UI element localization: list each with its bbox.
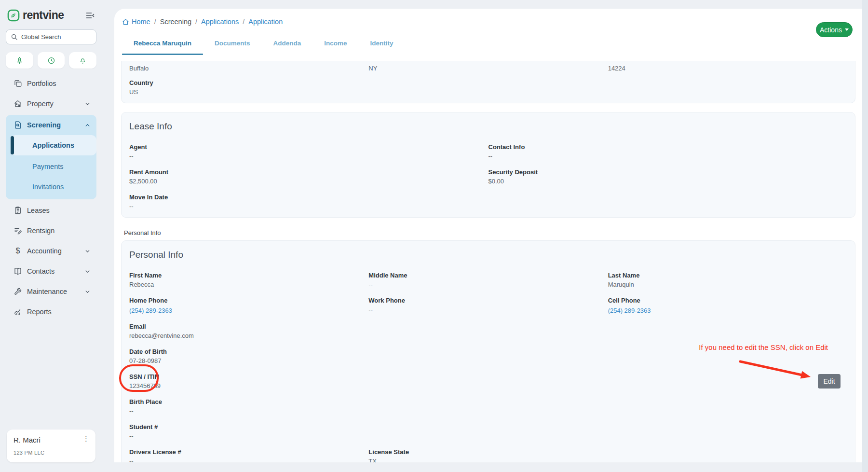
global-search[interactable] — [6, 29, 96, 44]
clock-icon[interactable] — [38, 52, 65, 69]
tab-documents[interactable]: Documents — [203, 35, 262, 55]
city-value: Buffalo — [129, 65, 368, 72]
tab-addenda[interactable]: Addenda — [262, 35, 313, 55]
quick-actions — [6, 52, 96, 69]
work-phone-field: Work Phone -- — [368, 297, 608, 315]
agent-value: -- — [129, 153, 488, 160]
country-field: Country US — [129, 79, 847, 96]
sidebar-item-contacts[interactable]: Contacts — [6, 261, 96, 281]
personal-info-title: Personal Info — [129, 250, 847, 260]
breadcrumb: Home / Screening / Applications / Applic… — [122, 16, 853, 27]
sidebar-item-label: Reports — [27, 308, 91, 316]
screening-doc-search-icon — [14, 121, 22, 129]
search-input[interactable] — [21, 33, 92, 41]
screening-group: Screening Applications Payments Invitati… — [6, 115, 96, 199]
leases-clipboard-icon — [14, 206, 22, 215]
agent-label: Agent — [129, 143, 488, 151]
state-value: NY — [368, 65, 608, 72]
first-name-field: First Name Rebecca — [129, 272, 368, 289]
agent-field: Agent -- — [129, 143, 488, 160]
home-icon — [122, 18, 129, 26]
cell-phone-field: Cell Phone (254) 289-2363 — [608, 297, 847, 315]
logo-row: rentvine — [6, 9, 96, 22]
tab-bar: Rebecca Maruquin Documents Addenda Incom… — [122, 35, 853, 55]
sidebar-item-leases[interactable]: Leases — [6, 200, 96, 221]
sidebar-item-reports[interactable]: Reports — [6, 302, 96, 322]
sidebar-item-property[interactable]: Property — [6, 94, 96, 114]
scrollbar-track[interactable] — [862, 0, 868, 472]
home-phone-field: Home Phone (254) 289-2363 — [129, 297, 368, 315]
sidebar-item-invitations[interactable]: Invitations — [6, 177, 96, 197]
contacts-book-icon — [14, 267, 22, 276]
cell-phone-link[interactable]: (254) 289-2363 — [608, 307, 651, 314]
accounting-dollar-icon: $ — [14, 247, 22, 255]
sidebar-item-label: Maintenance — [27, 288, 80, 295]
sidebar-item-rentsign[interactable]: Rentsign — [6, 221, 96, 241]
work-phone-value: -- — [368, 306, 608, 314]
portfolios-folder-icon — [14, 79, 22, 88]
breadcrumb-application[interactable]: Application — [248, 18, 283, 26]
move-in-date-field: Move In Date -- — [129, 194, 488, 210]
rent-amount-field: Rent Amount $2,500.00 — [129, 168, 488, 185]
dob-value: 07-28-0987 — [129, 357, 847, 365]
sidebar-item-applications[interactable]: Applications — [11, 135, 96, 155]
sidebar-item-payments[interactable]: Payments — [6, 156, 96, 177]
rentvine-logo[interactable]: rentvine — [7, 9, 64, 22]
sidebar-item-portfolios[interactable]: Portfolios — [6, 73, 96, 94]
cell-phone-label: Cell Phone — [608, 297, 847, 305]
contact-info-field: Contact Info -- — [488, 143, 848, 160]
personal-info-card: Personal Info First Name Rebecca Middle … — [121, 240, 855, 462]
breadcrumb-home[interactable]: Home — [122, 18, 150, 26]
chevron-down-icon — [84, 101, 91, 107]
sidebar-item-label: Rentsign — [27, 227, 91, 235]
email-field: Email rebecca@rentvine.com — [129, 323, 847, 340]
country-label: Country — [129, 79, 847, 87]
license-state-value: TX — [368, 458, 608, 462]
sidebar-item-label: Leases — [27, 207, 91, 214]
middle-name-value: -- — [368, 281, 608, 289]
security-deposit-label: Security Deposit — [488, 168, 848, 176]
student-number-value: -- — [129, 432, 847, 440]
user-card[interactable]: R. Macri 123 PM LLC ⋮ — [7, 430, 95, 462]
sidebar-item-screening[interactable]: Screening — [6, 115, 96, 135]
contact-info-value: -- — [488, 153, 848, 160]
sidebar-item-label: Invitations — [32, 183, 64, 191]
actions-button[interactable]: Actions — [816, 22, 853, 37]
first-name-value: Rebecca — [129, 281, 368, 289]
sidebar-item-label: Contacts — [27, 267, 80, 275]
tab-applicant[interactable]: Rebecca Maruquin — [122, 35, 203, 55]
breadcrumb-applications[interactable]: Applications — [201, 18, 239, 26]
security-deposit-field: Security Deposit $0.00 — [488, 168, 848, 185]
maintenance-wrench-icon — [14, 287, 22, 296]
sidebar-item-maintenance[interactable]: Maintenance — [6, 281, 96, 302]
chevron-down-icon — [84, 268, 91, 275]
chevron-down-icon — [84, 248, 91, 254]
rocket-icon[interactable] — [6, 52, 33, 69]
user-company: 123 PM LLC — [14, 450, 89, 456]
bell-icon[interactable] — [69, 52, 96, 69]
kebab-menu-icon[interactable]: ⋮ — [82, 435, 90, 442]
sidebar-item-accounting[interactable]: $ Accounting — [6, 241, 96, 261]
tab-content: Buffalo NY 14224 Country US Lease Info A… — [114, 55, 862, 462]
drivers-license-label: Drivers License # — [129, 448, 368, 456]
birth-place-label: Birth Place — [129, 398, 847, 406]
sidebar-item-label: Applications — [32, 141, 74, 149]
rent-amount-label: Rent Amount — [129, 168, 488, 176]
home-phone-link[interactable]: (254) 289-2363 — [129, 307, 172, 314]
property-house-icon — [14, 99, 22, 108]
tab-income[interactable]: Income — [312, 35, 358, 55]
sidebar-collapse-icon[interactable] — [85, 11, 95, 20]
tab-identity[interactable]: Identity — [359, 35, 405, 55]
breadcrumb-separator: / — [195, 18, 197, 26]
student-number-label: Student # — [129, 423, 847, 431]
last-name-value: Maruquin — [608, 281, 847, 289]
ssn-field: SSN / ITIN 123456789 — [129, 373, 847, 390]
email-value: rebecca@rentvine.com — [129, 332, 847, 340]
edit-button[interactable]: Edit — [818, 374, 841, 389]
birth-place-field: Birth Place -- — [129, 398, 847, 415]
rentsign-signature-icon — [14, 226, 22, 235]
license-state-field: License State TX — [368, 448, 608, 462]
last-name-label: Last Name — [608, 272, 847, 279]
lease-info-card: Lease Info Agent -- Contact Info -- Rent… — [121, 112, 855, 218]
country-value: US — [129, 88, 847, 96]
